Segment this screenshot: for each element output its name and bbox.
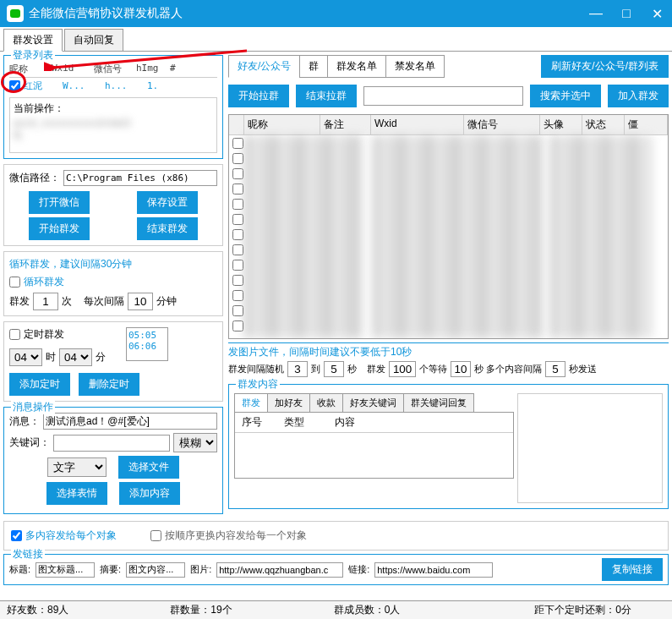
interval-min-input[interactable] — [287, 361, 308, 377]
link-section: 发链接 标题: 摘要: 图片: 链接: 复制链接 — [3, 554, 669, 585]
link-pic-input[interactable] — [216, 562, 343, 578]
send-content-box: 群发内容 群发 加好友 收款 好友关键词 群关键词回复 序号 类型 内容 — [228, 384, 669, 509]
wait-input[interactable] — [451, 361, 471, 377]
add-timer-button[interactable]: 添加定时 — [9, 373, 70, 396]
login-list-legend: 登录列表 — [11, 48, 55, 63]
login-list-header: 昵称 Wxid 微信号 hImg # — [9, 61, 217, 78]
search-select-button[interactable]: 搜索并选中 — [530, 85, 601, 107]
choose-emoji-button[interactable]: 选择表情 — [46, 482, 107, 505]
right-tabs: 好友/公众号 群 群发名单 禁发名单 — [228, 55, 444, 78]
loop-box: 循环群发，建议间隔30分钟 循环群发 群发 次 每次间隔 分钟 — [3, 251, 223, 316]
link-abstract-input[interactable] — [126, 562, 185, 578]
loop-checkbox[interactable] — [9, 277, 20, 288]
timer-hour-select[interactable]: 04 — [9, 348, 42, 366]
loop-count-input[interactable] — [33, 293, 58, 310]
current-operation: 当前操作： wxid_xxxxxxxxxx2n1m22 红 — [9, 97, 217, 153]
stab-collect[interactable]: 收款 — [309, 393, 343, 412]
timer-checkbox[interactable] — [9, 329, 20, 340]
stab-friend-kw[interactable]: 好友关键词 — [342, 393, 404, 412]
timer-list[interactable]: 05:05 06:06 — [126, 327, 168, 361]
loop-interval-input[interactable] — [128, 293, 153, 310]
preview-box — [517, 393, 663, 503]
content-type-select[interactable]: 文字 — [47, 457, 107, 477]
keyword-input[interactable] — [53, 435, 170, 452]
batch-count-input[interactable] — [389, 361, 416, 377]
content-gap-input[interactable] — [545, 361, 565, 377]
del-timer-button[interactable]: 删除定时 — [79, 373, 139, 396]
message-input[interactable] — [43, 413, 217, 430]
maximize-button[interactable]: □ — [618, 6, 635, 22]
table-body[interactable] — [229, 135, 668, 338]
search-input[interactable] — [363, 86, 523, 106]
tab-groups[interactable]: 群 — [299, 55, 328, 78]
close-button[interactable]: ✕ — [648, 6, 665, 22]
start-send-button[interactable]: 开始群发 — [29, 217, 90, 240]
tab-friends[interactable]: 好友/公众号 — [228, 55, 300, 78]
tab-ban-list[interactable]: 禁发名单 — [385, 55, 445, 78]
main-tabs: 群发设置 自动回复 — [0, 29, 672, 52]
send-content-table[interactable]: 序号 类型 内容 — [234, 413, 514, 479]
tab-send-list[interactable]: 群发名单 — [327, 55, 386, 78]
multi-content-option[interactable]: 多内容发给每个对象 — [11, 529, 117, 543]
timer-min-select[interactable]: 04 — [59, 348, 92, 366]
end-send-button[interactable]: 结束群发 — [137, 217, 198, 240]
image-send-section: 发图片文件，间隔时间建议不要低于10秒 群发间隔随机 到 秒 群发 个等待 秒 … — [228, 342, 669, 377]
start-pull-button[interactable]: 开始拉群 — [228, 85, 289, 107]
wx-path-box: 微信路径： 打开微信 保存设置 开始群发 结束群发 — [3, 164, 223, 246]
match-mode-select[interactable]: 模糊 — [173, 433, 217, 452]
friends-table: 昵称 备注 Wxid 微信号 头像 状态 僵 — [228, 114, 669, 339]
copy-link-button[interactable]: 复制链接 — [602, 558, 663, 581]
bottom-options: 多内容发给每个对象 按顺序更换内容发给每一个对象 — [3, 521, 669, 551]
wx-path-label: 微信路径： — [9, 171, 60, 185]
interval-max-input[interactable] — [324, 361, 344, 377]
titlebar: 全能微信营销协议群发机器人 — □ ✕ — [0, 0, 672, 27]
window-title: 全能微信营销协议群发机器人 — [29, 6, 587, 21]
timer-box: 定时群发 04 时 04 分 05:05 06:06 添加定时 删除定时 — [3, 321, 223, 402]
wechat-icon — [7, 5, 24, 22]
tab-auto-reply[interactable]: 自动回复 — [64, 29, 123, 51]
stab-addfriend[interactable]: 加好友 — [267, 393, 310, 412]
save-settings-button[interactable]: 保存设置 — [137, 191, 198, 214]
login-list-box: 登录列表 昵称 Wxid 微信号 hImg # 红泥 W... h... 1. … — [3, 55, 223, 159]
open-wechat-button[interactable]: 打开微信 — [29, 191, 90, 214]
login-row-1[interactable]: 红泥 W... h... 1. — [9, 78, 217, 94]
stab-send[interactable]: 群发 — [234, 393, 268, 412]
wx-path-input[interactable] — [63, 170, 217, 186]
sequential-option[interactable]: 按顺序更换内容发给每一个对象 — [150, 529, 307, 543]
login-checkbox[interactable] — [9, 80, 20, 91]
add-content-button[interactable]: 添加内容 — [119, 482, 180, 505]
join-send-button[interactable]: 加入群发 — [608, 85, 669, 107]
stab-group-kw[interactable]: 群关键词回复 — [403, 393, 474, 412]
link-url-input[interactable] — [374, 562, 493, 578]
link-title-input[interactable] — [36, 562, 95, 578]
minimize-button[interactable]: — — [587, 6, 604, 22]
end-pull-button[interactable]: 结束拉群 — [296, 85, 357, 107]
choose-file-button[interactable]: 选择文件 — [118, 456, 179, 479]
refresh-list-button[interactable]: 刷新好友/公众号/群列表 — [541, 55, 669, 78]
message-box: 消息操作 消息： 关键词： 模糊 文字 选择文件 选择表情 添加内容 — [3, 407, 223, 514]
statusbar: 好友数：89人 群数量：19个 群成员数：0人 距下个定时还剩：0分 — [0, 600, 672, 619]
